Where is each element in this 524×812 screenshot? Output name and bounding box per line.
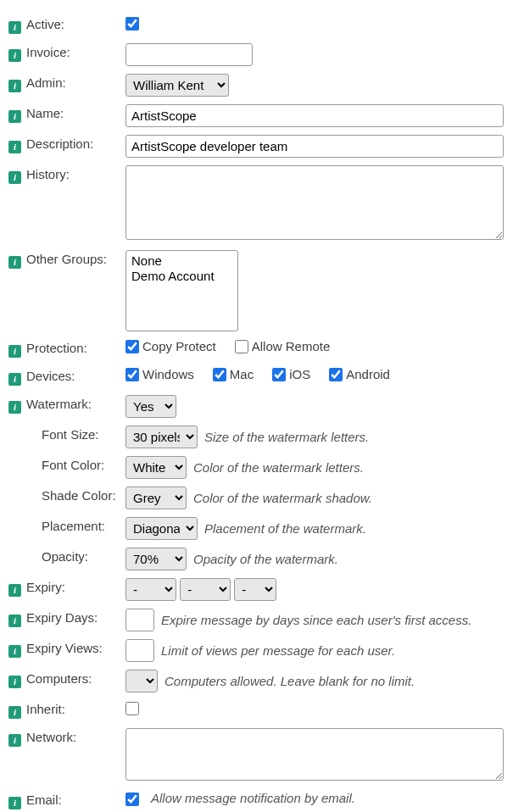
ios-checkbox[interactable] [272,368,286,381]
expiry-day-select[interactable]: - [125,578,176,601]
opacity-label: Opacity: [42,549,88,564]
expiry-label: Expiry: [26,580,65,594]
shade-color-hint: Color of the watermark shadow. [193,491,372,505]
info-icon[interactable]: i [8,345,21,358]
description-input[interactable] [125,135,504,158]
allow-remote-checkbox[interactable] [235,340,248,353]
description-label: Description: [26,136,93,151]
font-color-label: Font Color: [42,458,104,472]
history-textarea[interactable] [125,165,504,240]
info-icon[interactable]: i [8,645,21,658]
info-icon[interactable]: i [8,256,21,269]
network-textarea[interactable] [125,728,504,781]
expiry-month-select[interactable]: - [180,578,231,601]
android-label: Android [346,367,390,381]
active-checkbox[interactable] [125,17,139,31]
email-label: Email: [26,793,62,807]
other-groups-option[interactable]: None [130,253,234,269]
expiry-views-input[interactable] [125,639,154,662]
name-input[interactable] [125,104,504,127]
opacity-hint: Opacity of the watermark. [193,552,338,566]
info-icon[interactable]: i [8,401,21,414]
windows-label: Windows [142,367,194,381]
info-icon[interactable]: i [8,21,21,34]
ios-label: iOS [289,367,310,381]
name-label: Name: [26,106,64,120]
invoice-label: Invoice: [26,45,70,59]
shade-color-select[interactable]: Grey [125,487,187,509]
mac-label: Mac [230,367,254,381]
invoice-input[interactable] [125,43,253,66]
expiry-views-label: Expiry Views: [26,641,103,655]
network-label: Network: [26,730,76,744]
expiry-views-hint: Limit of views per message for each user… [161,643,395,658]
placement-label: Placement: [42,519,105,533]
copy-protect-checkbox[interactable] [125,340,139,353]
font-size-label: Font Size: [42,427,99,442]
info-icon[interactable]: i [8,734,21,747]
admin-select[interactable]: William Kent [125,74,229,97]
email-checkbox[interactable] [125,793,139,806]
windows-checkbox[interactable] [125,368,139,381]
other-groups-label: Other Groups: [26,252,107,266]
inherit-checkbox[interactable] [125,702,139,715]
computers-select[interactable] [125,670,158,692]
expiry-days-input[interactable] [125,609,154,631]
mac-checkbox[interactable] [213,368,226,381]
opacity-select[interactable]: 70% [125,548,187,570]
font-size-select[interactable]: 30 pixels [125,425,198,448]
placement-hint: Placement of the watermark. [204,521,366,536]
watermark-select[interactable]: Yes [125,395,176,418]
email-hint: Allow message notification by email. [151,791,355,805]
info-icon[interactable]: i [8,141,21,153]
expiry-year-select[interactable]: - [234,578,276,601]
expiry-days-label: Expiry Days: [26,610,98,625]
placement-select[interactable]: Diagonal [125,517,198,540]
info-icon[interactable]: i [8,373,21,386]
android-checkbox[interactable] [329,368,343,381]
info-icon[interactable]: i [8,110,21,123]
other-groups-select[interactable]: None Demo Account [125,250,238,331]
info-icon[interactable]: i [8,584,21,597]
computers-label: Computers: [26,671,92,686]
expiry-days-hint: Expire message by days since each user's… [161,613,471,627]
copy-protect-label: Copy Protect [142,339,216,353]
other-groups-option[interactable]: Demo Account [130,269,234,284]
active-label: Active: [26,17,64,31]
info-icon[interactable]: i [8,797,21,809]
history-label: History: [26,167,70,181]
info-icon[interactable]: i [8,80,21,92]
devices-label: Devices: [26,369,75,383]
allow-remote-label: Allow Remote [252,339,331,353]
font-color-select[interactable]: White [125,456,187,479]
protection-label: Protection: [26,341,87,355]
admin-label: Admin: [26,75,66,90]
watermark-label: Watermark: [26,397,92,411]
inherit-label: Inherit: [26,702,65,716]
font-color-hint: Color of the watermark letters. [193,460,364,475]
settings-form: iActive: iInvoice: iAdmin: William Kent … [8,10,516,812]
info-icon[interactable]: i [8,171,21,184]
font-size-hint: Size of the watermark letters. [204,430,369,444]
shade-color-label: Shade Color: [42,488,116,503]
computers-hint: Computers allowed. Leave blank for no li… [164,674,415,688]
info-icon[interactable]: i [8,676,21,688]
info-icon[interactable]: i [8,615,21,627]
info-icon[interactable]: i [8,706,21,719]
info-icon[interactable]: i [8,49,21,62]
